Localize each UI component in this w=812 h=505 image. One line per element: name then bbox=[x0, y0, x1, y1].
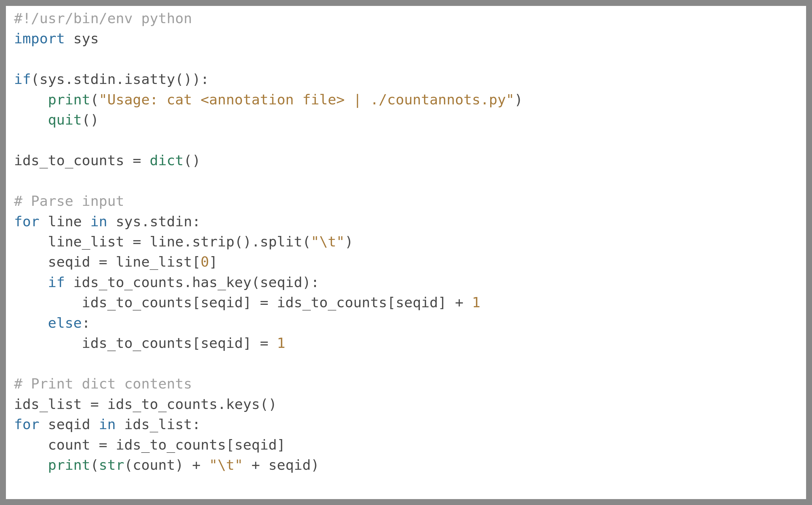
code-line-22: count = ids_to_counts[seqid] bbox=[14, 437, 285, 453]
code-line-6: quit() bbox=[14, 111, 99, 128]
code-line-13: seqid = line_list[0] bbox=[14, 254, 218, 270]
code-line-10: # Parse input bbox=[14, 193, 124, 209]
code-line-11: for line in sys.stdin: bbox=[14, 213, 201, 229]
code-line-15: ids_to_counts[seqid] = ids_to_counts[seq… bbox=[14, 294, 481, 311]
code-line-12: line_list = line.strip().split("\t") bbox=[14, 233, 353, 250]
code-line-23: print(str(count) + "\t" + seqid) bbox=[14, 457, 319, 473]
code-line-20: ids_list = ids_to_counts.keys() bbox=[14, 396, 277, 412]
code-line-14: if ids_to_counts.has_key(seqid): bbox=[14, 274, 319, 290]
code-line-16: else: bbox=[14, 315, 90, 331]
code-line-21: for seqid in ids_list: bbox=[14, 416, 201, 433]
code-line-8: ids_to_counts = dict() bbox=[14, 152, 201, 168]
code-line-2: import sys bbox=[14, 30, 99, 46]
code-line-19: # Print dict contents bbox=[14, 375, 192, 392]
code-line-17: ids_to_counts[seqid] = 1 bbox=[14, 335, 285, 351]
code-frame: #!/usr/bin/env python import sys if(sys.… bbox=[6, 6, 806, 499]
code-block: #!/usr/bin/env python import sys if(sys.… bbox=[14, 8, 798, 475]
code-line-5: print("Usage: cat <annotation file> | ./… bbox=[14, 91, 523, 108]
code-line-1: #!/usr/bin/env python bbox=[14, 10, 192, 26]
code-line-4: if(sys.stdin.isatty()): bbox=[14, 71, 209, 87]
